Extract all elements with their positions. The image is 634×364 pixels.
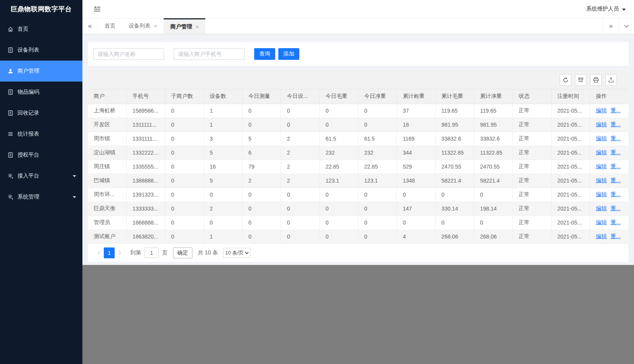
- query-button[interactable]: 查询: [254, 48, 275, 60]
- close-icon[interactable]: ×: [196, 24, 199, 30]
- table-cell: 529: [397, 160, 435, 174]
- table-cell: 周市镇: [88, 132, 126, 146]
- table-cell: 58221.4: [474, 174, 512, 188]
- home-icon: [7, 26, 14, 32]
- sidebar-item-device-list[interactable]: 设备列表: [0, 40, 82, 61]
- sidebar-item-recycle-records[interactable]: 回收记录: [0, 103, 82, 124]
- confirm-button[interactable]: 确定: [173, 247, 192, 258]
- column-header: 累计净重: [474, 89, 512, 104]
- edit-link[interactable]: 编辑: [596, 121, 607, 127]
- edit-link[interactable]: 编辑: [596, 233, 607, 239]
- reset-link[interactable]: 重...: [611, 149, 621, 155]
- column-header: 操作: [590, 89, 629, 104]
- reset-link[interactable]: 重...: [611, 163, 621, 169]
- table-cell: 0: [358, 202, 396, 216]
- sidebar-item-stats-report[interactable]: 统计报表: [0, 124, 82, 145]
- table-cell-ops: 编辑重...: [590, 160, 629, 174]
- table-cell: 981.95: [474, 118, 512, 132]
- table-cell: 0: [242, 188, 281, 202]
- table-row: 周市环...1391323...000000000正常2021-05...编辑重…: [88, 188, 629, 202]
- tab-merchant-mgmt[interactable]: 商户管理 ×: [164, 18, 205, 34]
- user-menu[interactable]: 系统维护人员: [586, 5, 626, 12]
- table-cell: 0: [358, 118, 396, 132]
- refresh-button[interactable]: [560, 74, 571, 86]
- table-cell: 0: [358, 104, 396, 118]
- table-cell: 232: [320, 146, 358, 160]
- table-cell: 0: [397, 216, 435, 230]
- table-cell: 11322.85: [474, 146, 512, 160]
- tab-home[interactable]: 首页: [98, 18, 122, 34]
- table-toolbar: [88, 71, 629, 89]
- table-cell: 0: [474, 188, 512, 202]
- sidebar-item-system-mgmt[interactable]: 系统管理: [0, 186, 82, 207]
- edit-link[interactable]: 编辑: [596, 205, 607, 211]
- table-cell: 0: [281, 188, 320, 202]
- table-cell: 测试账户: [88, 230, 126, 244]
- tabs-scroll-left-icon[interactable]: «: [82, 18, 98, 34]
- print-button[interactable]: [590, 74, 602, 86]
- table-cell: 1333333...: [126, 202, 165, 216]
- table-cell: 2470.55: [474, 160, 512, 174]
- table-cell: 1169: [397, 132, 435, 146]
- table-cell: 0: [281, 216, 320, 230]
- table-cell: 周庄镇: [88, 160, 126, 174]
- page-size-select[interactable]: 10 条/页: [223, 248, 250, 258]
- edit-link[interactable]: 编辑: [596, 177, 607, 183]
- table-cell: 0: [242, 202, 281, 216]
- table-cell: 5: [204, 174, 242, 188]
- export-button[interactable]: [605, 74, 617, 86]
- edit-link[interactable]: 编辑: [596, 107, 607, 113]
- sidebar-item-item-code[interactable]: 物品编码: [0, 82, 82, 103]
- prev-page-icon[interactable]: [94, 250, 104, 255]
- collapse-sidebar-icon[interactable]: [94, 6, 101, 12]
- column-header: 设备数: [204, 89, 242, 104]
- next-page-icon[interactable]: [115, 250, 125, 255]
- edit-link[interactable]: 编辑: [596, 219, 607, 225]
- add-button[interactable]: 添加: [278, 48, 299, 60]
- column-header: 手机号: [126, 89, 165, 104]
- table-cell: 6: [242, 146, 281, 160]
- edit-link[interactable]: 编辑: [596, 149, 607, 155]
- table-row: 巴城镇1388888...0522123.1123.1134858221.458…: [88, 174, 629, 188]
- table-cell: 61.5: [358, 132, 396, 146]
- goto-label: 到第: [130, 249, 141, 256]
- reset-link[interactable]: 重...: [611, 177, 621, 183]
- close-icon[interactable]: ×: [154, 23, 157, 29]
- reset-link[interactable]: 重...: [611, 121, 621, 127]
- reset-link[interactable]: 重...: [611, 191, 621, 197]
- sidebar-item-access-platform[interactable]: 接入平台: [0, 165, 82, 186]
- table-cell: 0: [242, 216, 281, 230]
- sidebar-item-merchant-mgmt[interactable]: 商户管理: [0, 61, 82, 82]
- merchant-name-input[interactable]: [93, 48, 164, 60]
- reset-link[interactable]: 重...: [611, 135, 621, 141]
- sidebar-item-label: 统计报表: [17, 131, 39, 138]
- reset-link[interactable]: 重...: [611, 219, 621, 225]
- reset-link[interactable]: 重...: [611, 107, 621, 113]
- edit-link[interactable]: 编辑: [596, 191, 607, 197]
- tabs-menu-chevron-icon[interactable]: [618, 18, 634, 34]
- reset-link[interactable]: 重...: [611, 233, 621, 239]
- table-cell: 2021-05...: [551, 174, 590, 188]
- page-unit-label: 页: [162, 249, 168, 256]
- sidebar-item-home[interactable]: 首页: [0, 19, 82, 40]
- table-cell: 正常: [513, 146, 551, 160]
- sidebar-item-auth-platform[interactable]: 授权平台: [0, 145, 82, 165]
- table-row: 淀山湖镇1332222...056223223234411322.8511322…: [88, 146, 629, 160]
- page-number-current[interactable]: 1: [104, 247, 115, 258]
- tabs-scroll-right-icon[interactable]: »: [603, 18, 618, 34]
- content-area: 查询 添加: [82, 34, 634, 265]
- table-cell: 正常: [513, 104, 551, 118]
- refresh-icon: [562, 77, 569, 83]
- table-cell: 0: [320, 230, 358, 244]
- merchant-table: 商户手机号子商户数设备数今日测量今日设...今日毛重今日净重累计称重累计毛重累计…: [88, 89, 629, 244]
- sidebar-item-label: 物品编码: [17, 89, 39, 96]
- edit-link[interactable]: 编辑: [596, 163, 607, 169]
- tab-device-list[interactable]: 设备列表 ×: [122, 18, 164, 34]
- merchant-phone-input[interactable]: [174, 48, 245, 60]
- table-cell: 2021-05...: [551, 132, 590, 146]
- columns-button[interactable]: [575, 74, 587, 86]
- goto-page-input[interactable]: [145, 247, 159, 258]
- table-header-row: 商户手机号子商户数设备数今日测量今日设...今日毛重今日净重累计称重累计毛重累计…: [88, 89, 629, 104]
- edit-link[interactable]: 编辑: [596, 135, 607, 141]
- reset-link[interactable]: 重...: [611, 205, 621, 211]
